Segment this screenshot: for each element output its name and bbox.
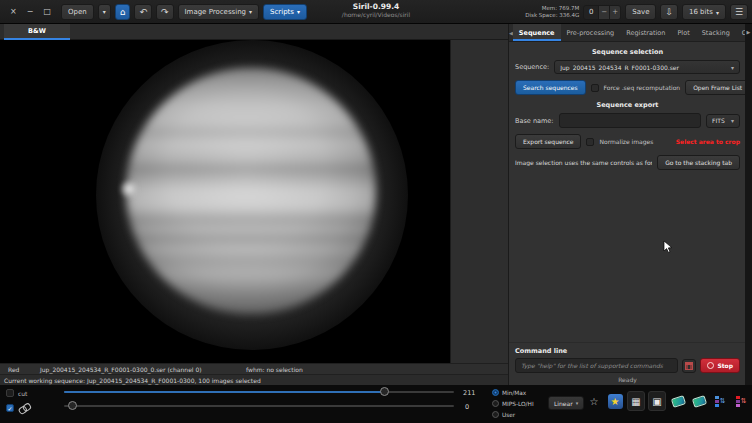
undo-button[interactable]: ↶ <box>134 4 152 20</box>
search-sequences-label: Search sequences <box>523 84 578 91</box>
home-button[interactable]: ⌂ <box>115 4 131 20</box>
stop-button[interactable]: Stop <box>700 358 740 373</box>
tab-sequence[interactable]: Sequence <box>513 24 561 41</box>
sequence-film-ref-button[interactable] <box>690 391 708 411</box>
canvas-padding <box>450 40 508 363</box>
open-button-label: Open <box>68 8 87 16</box>
base-name-input[interactable] <box>559 113 701 128</box>
radio-mips[interactable]: MIPS-LO/HI <box>492 398 534 409</box>
updown-arrows-icon: ⇅ <box>720 398 726 405</box>
image-status-bar: Red Jup_200415_204534_R_F0001-0300_0.ser… <box>0 363 508 374</box>
sequence-selection-title: Sequence selection <box>509 48 746 56</box>
scripts-menu[interactable]: Scripts▾ <box>263 4 307 20</box>
bit-depth-dropdown[interactable]: 16 bits▾ <box>682 4 726 20</box>
scale-mode-dropdown[interactable]: Linear ▾ <box>548 396 584 410</box>
minimize-icon[interactable]: − <box>27 7 34 16</box>
sequence-film-ref-icon <box>691 395 706 408</box>
chain-link-icon[interactable] <box>16 400 33 416</box>
fwhm-readout: fwhm: no selection <box>246 366 303 373</box>
command-input[interactable] <box>515 358 678 373</box>
export-format-dropdown[interactable]: FITS ▾ <box>706 114 740 128</box>
disk-label: Disk Space: 336.4G <box>525 12 579 19</box>
jupiter-image <box>126 68 376 314</box>
radio-icon <box>492 400 499 407</box>
sequence-film-button[interactable] <box>669 391 687 411</box>
display-mode-radios: Min/Max MIPS-LO/HI User <box>492 387 534 420</box>
spinner-value[interactable]: 0 <box>584 6 598 19</box>
save-button-label: Save <box>632 8 649 16</box>
export-sequence-button[interactable]: Export sequence <box>515 134 581 149</box>
tab-bw-channel[interactable]: B&W <box>4 24 70 40</box>
star-detection-icon: ★ <box>608 394 623 409</box>
star-detection-button[interactable]: ★ <box>606 391 624 411</box>
link-thresholds-checkbox[interactable]: ✓ <box>6 404 14 412</box>
updown-arrows-icon: ⇅ <box>741 398 747 405</box>
high-threshold-slider[interactable] <box>64 387 454 397</box>
export-sequence-label: Export sequence <box>523 138 573 145</box>
cut-checkbox[interactable] <box>6 389 14 397</box>
open-recent-button[interactable]: ▾ <box>98 4 111 20</box>
crop-hint-text: Select area to crop <box>676 138 740 145</box>
right-panel: ◀ Sequence Pre-processing Registration P… <box>508 24 745 385</box>
command-list-button[interactable] <box>682 359 696 373</box>
photometry-star-button[interactable]: ☆ <box>585 391 603 411</box>
sequence-dropdown-value: Jup_200415_204534_R_F0001-0300.ser <box>560 64 727 71</box>
radio-minmax-label: Min/Max <box>502 390 526 396</box>
tab-stacking[interactable]: Stacking <box>696 24 736 41</box>
rgb-compose-button[interactable]: ⇅ <box>711 391 729 411</box>
tab-sequence-label: Sequence <box>519 29 555 37</box>
tab-plot-label: Plot <box>677 29 689 37</box>
spinner-plus-button[interactable]: + <box>609 6 620 19</box>
single-view-button[interactable]: ▣ <box>648 391 666 411</box>
tab-registration[interactable]: Registration <box>620 24 671 41</box>
low-threshold-value: 0 <box>465 403 469 411</box>
grid-view-icon: ▦ <box>631 396 640 407</box>
scripts-label: Scripts <box>270 8 294 16</box>
normalize-images-label: Normalize images <box>599 138 653 145</box>
force-seq-checkbox[interactable] <box>591 84 599 92</box>
save-as-button[interactable]: ⇩ <box>660 4 678 20</box>
maximize-icon[interactable]: □ <box>43 7 51 16</box>
low-threshold-slider[interactable] <box>64 401 454 411</box>
radio-mips-label: MIPS-LO/HI <box>502 401 534 407</box>
memory-label: Mem: 769.7M <box>525 5 579 12</box>
tab-registration-label: Registration <box>626 29 665 37</box>
slider-fill <box>64 391 384 393</box>
image-canvas[interactable] <box>0 40 508 363</box>
radio-minmax[interactable]: Min/Max <box>492 387 534 398</box>
command-list-icon <box>685 362 693 370</box>
rgb-compose-icon <box>715 396 719 407</box>
high-slider-handle[interactable] <box>380 387 389 396</box>
rgb-align-icon <box>736 396 740 407</box>
command-line-title: Command line <box>515 347 740 355</box>
sequence-dropdown[interactable]: Jup_200415_204534_R_F0001-0300.ser ▾ <box>554 60 740 74</box>
image-processing-menu[interactable]: Image Processing▾ <box>178 4 260 20</box>
open-frame-list-button[interactable]: Open Frame List <box>685 80 750 95</box>
siril-window: × − □ Open ▾ ⌂ ↶ ↷ Image Processing▾ Scr… <box>0 0 752 423</box>
normalize-images-checkbox[interactable] <box>586 138 594 146</box>
viewer-tools: ☆ ★ ▦ ▣ ⇅ ⇅ <box>585 391 752 411</box>
search-sequences-button[interactable]: Search sequences <box>515 80 586 95</box>
tab-plot[interactable]: Plot <box>671 24 695 41</box>
low-slider-handle[interactable] <box>68 401 77 410</box>
redo-button[interactable]: ↷ <box>156 4 174 20</box>
tab-pre-processing[interactable]: Pre-processing <box>561 24 621 41</box>
grid-view-button[interactable]: ▦ <box>627 391 645 411</box>
tabs-scroll-right-icon[interactable]: ▶ <box>745 29 752 35</box>
chevron-down-icon: ▾ <box>731 64 734 71</box>
hamburger-menu-button[interactable]: ☰ <box>730 4 748 20</box>
save-button[interactable]: Save <box>625 4 656 20</box>
radio-user[interactable]: User <box>492 409 534 420</box>
stop-record-icon <box>707 362 714 369</box>
single-view-icon: ▣ <box>652 396 661 407</box>
mouse-cursor <box>663 240 673 254</box>
radio-selected-icon <box>492 389 499 396</box>
spinner-minus-button[interactable]: − <box>598 6 609 19</box>
rgb-align-button[interactable]: ⇅ <box>732 391 750 411</box>
go-to-stacking-button[interactable]: Go to the stacking tab <box>657 155 740 170</box>
chevron-down-icon: ▾ <box>576 400 579 406</box>
chevron-down-icon: ▾ <box>249 8 252 15</box>
slider-track <box>64 405 454 407</box>
close-icon[interactable]: × <box>10 7 17 16</box>
open-button[interactable]: Open <box>61 4 94 20</box>
